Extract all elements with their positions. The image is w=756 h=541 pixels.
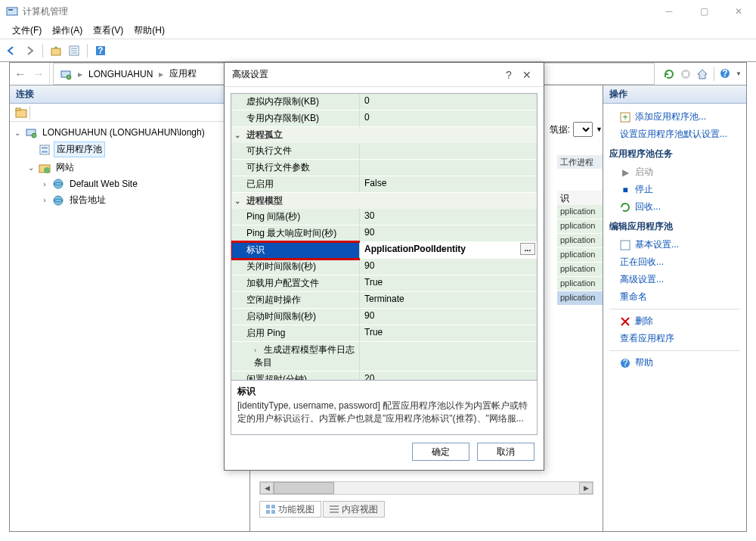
filter-select[interactable] xyxy=(573,122,593,137)
prop-desc-title: 标识 xyxy=(237,385,531,398)
filter-label: 筑据: xyxy=(550,123,570,136)
tree-toggle[interactable]: › xyxy=(40,196,49,204)
tree-toggle[interactable]: ⌄ xyxy=(26,163,36,172)
property-description: 标识 [identityType, username, password] 配置… xyxy=(231,381,538,435)
cancel-button[interactable]: 取消 xyxy=(477,443,534,461)
action-recycling[interactable]: 正在回收... xyxy=(609,253,740,271)
chevron-down-icon[interactable]: ▼ xyxy=(596,126,603,133)
tab-feature-view[interactable]: 功能视图 xyxy=(259,501,321,518)
list-row[interactable]: pplication xyxy=(557,248,603,263)
tree-report-site[interactable]: 报告地址 xyxy=(67,193,108,207)
prop-cat-process-model[interactable]: ⌄进程模型 xyxy=(231,193,537,209)
prop-load-profile[interactable]: 加载用户配置文件 xyxy=(231,275,360,292)
action-view-apps[interactable]: 查看应用程序 xyxy=(609,330,740,347)
prop-cat-isolation[interactable]: ⌄进程孤立 xyxy=(231,127,537,143)
action-delete[interactable]: 删除 xyxy=(609,312,740,330)
tree-server[interactable]: LONGHUAHUN (LONGHUAHUN\longh) xyxy=(40,126,207,138)
dialog-titlebar[interactable]: 高级设置 ? ✕ xyxy=(225,63,544,87)
up-icon[interactable] xyxy=(49,44,63,58)
prop-ping-max[interactable]: Ping 最大响应时间(秒) xyxy=(231,225,360,242)
iis-forward-icon[interactable]: → xyxy=(33,67,45,81)
list-row-selected[interactable]: pplication xyxy=(557,291,603,306)
list-header-fragment[interactable]: 工作进程 xyxy=(557,155,603,169)
tree-apppools[interactable]: 应用程序池 xyxy=(54,141,105,157)
prop-identity-value[interactable]: ApplicationPoolIdentity... xyxy=(360,242,537,259)
action-start[interactable]: ▶启动 xyxy=(609,163,740,181)
list-row[interactable]: pplication xyxy=(557,263,603,277)
action-help[interactable]: ?帮助 xyxy=(609,354,740,372)
action-set-defaults[interactable]: 设置应用程序池默认设置... xyxy=(609,126,740,143)
action-advanced-settings[interactable]: 高级设置... xyxy=(609,271,740,288)
help-icon[interactable]: ? xyxy=(94,44,107,58)
prop-gen-event[interactable]: › 生成进程模型事件日志条目 xyxy=(231,342,360,372)
list-icon xyxy=(330,505,339,514)
prop-virtual-mem[interactable]: 虚拟内存限制(KB) xyxy=(231,94,360,110)
list-row[interactable]: pplication xyxy=(557,219,603,234)
svg-text:?: ? xyxy=(722,68,727,79)
chevron-down-icon[interactable]: ▼ xyxy=(736,70,742,77)
list-row[interactable]: pplication xyxy=(557,234,603,248)
minimize-button[interactable]: ─ xyxy=(652,0,686,23)
dialog-help-button[interactable]: ? xyxy=(500,69,518,81)
home-icon[interactable] xyxy=(696,67,709,81)
server-icon xyxy=(60,68,72,80)
prop-ping-interval[interactable]: Ping 间隔(秒) xyxy=(231,209,360,225)
prop-exe[interactable]: 可执行文件 xyxy=(231,143,360,160)
action-basic-settings[interactable]: 基本设置... xyxy=(609,236,740,253)
svg-rect-32 xyxy=(330,511,339,513)
actions-tasks-title: 应用程序池任务 xyxy=(609,143,740,163)
prop-idle-action[interactable]: 空闲超时操作 xyxy=(231,292,360,309)
scroll-left-icon[interactable]: ◀ xyxy=(260,482,274,494)
chevron-down-icon[interactable]: ⌄ xyxy=(234,197,243,205)
ok-button[interactable]: 确定 xyxy=(412,443,469,461)
prop-idle-timeout[interactable]: 闲置超时(分钟) xyxy=(231,372,360,381)
connections-tree[interactable]: ⌄ LONGHUAHUN (LONGHUAHUN\longh) 应用程序池 ⌄ … xyxy=(10,122,249,531)
folder-icon[interactable] xyxy=(14,106,28,120)
scroll-right-icon[interactable]: ▶ xyxy=(579,482,593,494)
breadcrumb-section[interactable]: 应用程 xyxy=(169,67,197,80)
prop-private-mem[interactable]: 专用内存限制(KB) xyxy=(231,110,360,127)
tab-content-view[interactable]: 内容视图 xyxy=(323,501,385,518)
svg-rect-1 xyxy=(8,9,13,11)
nav-back-icon[interactable] xyxy=(5,44,18,58)
ellipsis-button[interactable]: ... xyxy=(520,243,535,255)
menu-action[interactable]: 操作(A) xyxy=(48,23,87,39)
prop-shutdown[interactable]: 关闭时间限制(秒) xyxy=(231,259,360,275)
svg-text:+: + xyxy=(622,112,627,123)
close-button[interactable]: ✕ xyxy=(721,0,756,23)
stop-icon[interactable] xyxy=(679,67,692,81)
dialog-close-button[interactable]: ✕ xyxy=(518,69,536,81)
action-recycle[interactable]: 回收... xyxy=(609,198,740,216)
prop-identity[interactable]: 标识 xyxy=(231,242,360,259)
breadcrumb-server[interactable]: LONGHUAHUN xyxy=(88,69,153,79)
svg-rect-35 xyxy=(621,241,630,250)
horizontal-scrollbar[interactable]: ◀ ▶ xyxy=(259,481,593,495)
prop-exe-args[interactable]: 可执行文件参数 xyxy=(231,160,360,176)
menu-file[interactable]: 文件(F) xyxy=(8,23,46,39)
tree-toggle[interactable]: › xyxy=(40,180,49,188)
prop-startup[interactable]: 启动时间限制(秒) xyxy=(231,309,360,325)
group-label-fragment: 识 xyxy=(557,191,603,205)
maximize-button[interactable]: ▢ xyxy=(686,0,721,23)
tree-default-site[interactable]: Default Web Site xyxy=(67,178,140,190)
chevron-down-icon[interactable]: ⌄ xyxy=(234,131,243,139)
help-dropdown-icon[interactable]: ? xyxy=(719,67,733,81)
menu-view[interactable]: 查看(V) xyxy=(88,23,128,39)
prop-ping-enabled[interactable]: 启用 Ping xyxy=(231,325,360,342)
scroll-thumb[interactable] xyxy=(274,482,334,494)
prop-iso-enabled[interactable]: 已启用 xyxy=(231,176,360,193)
tree-sites[interactable]: 网站 xyxy=(54,160,76,175)
list-row[interactable]: pplication xyxy=(557,277,603,291)
svg-rect-28 xyxy=(266,510,270,514)
refresh-icon[interactable] xyxy=(662,67,676,81)
tree-toggle[interactable]: ⌄ xyxy=(13,129,22,137)
action-rename[interactable]: 重命名 xyxy=(609,288,740,306)
action-add-apppool[interactable]: +添加应用程序池... xyxy=(609,108,740,126)
menu-help[interactable]: 帮助(H) xyxy=(129,23,169,39)
iis-back-icon[interactable]: ← xyxy=(14,67,26,81)
list-row[interactable]: pplication xyxy=(557,205,603,219)
nav-forward-icon[interactable] xyxy=(23,44,36,58)
action-stop[interactable]: ■停止 xyxy=(609,181,740,198)
property-grid[interactable]: 虚拟内存限制(KB)0 专用内存限制(KB)0 ⌄进程孤立 可执行文件 可执行文… xyxy=(231,93,538,381)
properties-icon[interactable] xyxy=(67,44,81,58)
